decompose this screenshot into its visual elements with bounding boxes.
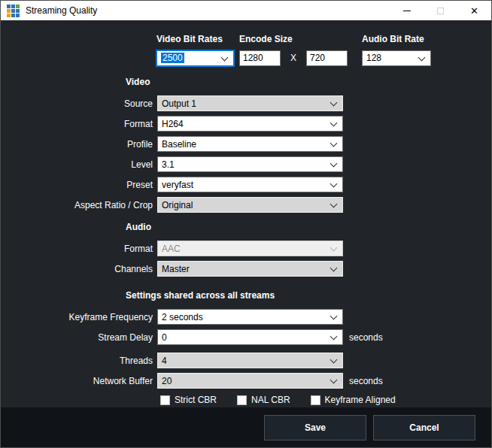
strict-cbr-checkbox[interactable] bbox=[160, 395, 170, 405]
format-row: Format H264 bbox=[1, 116, 491, 132]
level-row: Level 3.1 bbox=[1, 156, 491, 172]
profile-label: Profile bbox=[1, 139, 153, 150]
chevron-down-icon bbox=[221, 53, 229, 61]
threads-value: 4 bbox=[162, 356, 167, 366]
format-label: Format bbox=[1, 119, 153, 129]
nal-cbr-label: NAL CBR bbox=[251, 395, 290, 405]
format-select[interactable]: H264 bbox=[157, 116, 343, 132]
channels-select[interactable]: Master bbox=[157, 261, 343, 277]
network-buffer-suffix: seconds bbox=[349, 376, 383, 386]
minimize-button[interactable] bbox=[390, 1, 424, 20]
stream-delay-label: Stream Delay bbox=[1, 332, 153, 343]
chevron-down-icon bbox=[330, 180, 338, 188]
chevron-down-icon bbox=[330, 356, 338, 364]
close-button[interactable]: ✕ bbox=[457, 1, 491, 20]
audio-bitrate-group: Audio Bit Rate 128 bbox=[362, 34, 431, 66]
audio-format-select: AAC bbox=[157, 241, 343, 256]
preset-row: Preset veryfast bbox=[1, 177, 491, 192]
chevron-down-icon bbox=[330, 333, 338, 341]
audio-format-row: Format AAC bbox=[1, 241, 491, 256]
network-buffer-label: Network Buffer bbox=[1, 376, 153, 386]
level-select[interactable]: 3.1 bbox=[157, 156, 343, 172]
level-label: Level bbox=[1, 159, 153, 170]
keyframe-frequency-row: Keyframe Frequency 2 seconds bbox=[1, 309, 491, 325]
source-label: Source bbox=[1, 98, 153, 109]
window-title: Streaming Quality bbox=[26, 5, 97, 16]
audio-bitrate-select[interactable]: 128 bbox=[362, 50, 431, 66]
preset-label: Preset bbox=[1, 180, 153, 190]
source-select[interactable]: Output 1 bbox=[157, 95, 343, 111]
encode-size-label: Encode Size bbox=[239, 34, 348, 44]
profile-row: Profile Baseline bbox=[1, 136, 491, 152]
shared-section-header: Settings shared across all streams bbox=[126, 290, 491, 301]
threads-label: Threads bbox=[1, 356, 153, 366]
network-buffer-row: Network Buffer 20 seconds bbox=[1, 373, 491, 389]
keyframe-aligned-option[interactable]: Keyframe Aligned bbox=[311, 395, 396, 405]
aspect-ratio-value: Original bbox=[162, 200, 193, 210]
stream-delay-row: Stream Delay 0 seconds bbox=[1, 329, 491, 345]
nal-cbr-checkbox[interactable] bbox=[237, 395, 247, 405]
dialog-body: Video Bit Rates 2500 Encode Size X Audio bbox=[1, 20, 491, 407]
chevron-down-icon bbox=[330, 265, 338, 272]
encode-size-group: Encode Size X bbox=[239, 34, 348, 66]
keyframe-frequency-label: Keyframe Frequency bbox=[1, 312, 153, 322]
stream-delay-value: 0 bbox=[162, 332, 167, 343]
keyframe-aligned-checkbox[interactable] bbox=[311, 395, 320, 405]
aspect-ratio-label: Aspect Ratio / Crop bbox=[1, 200, 153, 210]
source-value: Output 1 bbox=[162, 98, 196, 109]
keyframe-frequency-value: 2 seconds bbox=[162, 312, 203, 322]
channels-label: Channels bbox=[1, 264, 153, 274]
preset-select[interactable]: veryfast bbox=[157, 177, 343, 192]
video-bitrate-group: Video Bit Rates 2500 bbox=[156, 34, 234, 66]
nal-cbr-option[interactable]: NAL CBR bbox=[237, 395, 290, 405]
chevron-down-icon bbox=[330, 244, 338, 252]
format-value: H264 bbox=[162, 119, 184, 129]
stream-delay-select[interactable]: 0 bbox=[157, 329, 343, 345]
keyframe-aligned-label: Keyframe Aligned bbox=[325, 395, 396, 405]
stream-delay-suffix: seconds bbox=[349, 332, 383, 343]
preset-value: veryfast bbox=[162, 180, 193, 190]
cancel-button[interactable]: Cancel bbox=[373, 415, 475, 440]
app-icon bbox=[7, 5, 20, 17]
footer-bar: Save Cancel bbox=[1, 407, 491, 447]
encode-size-separator: X bbox=[290, 53, 296, 63]
chevron-down-icon bbox=[418, 53, 426, 61]
minimize-icon bbox=[403, 11, 411, 11]
chevron-down-icon bbox=[330, 377, 338, 384]
network-buffer-select[interactable]: 20 bbox=[157, 373, 343, 389]
chevron-down-icon bbox=[330, 120, 338, 127]
aspect-ratio-select[interactable]: Original bbox=[157, 197, 343, 213]
video-section-header: Video bbox=[126, 77, 491, 87]
titlebar[interactable]: Streaming Quality ✕ bbox=[1, 1, 491, 20]
video-bitrates-label: Video Bit Rates bbox=[156, 34, 234, 44]
save-button[interactable]: Save bbox=[264, 415, 366, 440]
encode-width-input[interactable] bbox=[239, 50, 281, 66]
audio-section-header: Audio bbox=[126, 222, 491, 232]
aspect-ratio-row: Aspect Ratio / Crop Original bbox=[1, 197, 491, 213]
profile-value: Baseline bbox=[162, 139, 196, 150]
maximize-button bbox=[424, 1, 457, 20]
encode-height-input[interactable] bbox=[306, 50, 348, 66]
chevron-down-icon bbox=[330, 99, 338, 107]
channels-value: Master bbox=[162, 264, 190, 274]
profile-select[interactable]: Baseline bbox=[157, 136, 343, 152]
chevron-down-icon bbox=[330, 160, 338, 168]
threads-select[interactable]: 4 bbox=[157, 353, 343, 368]
channels-row: Channels Master bbox=[1, 261, 491, 277]
video-bitrate-select[interactable]: 2500 bbox=[156, 50, 234, 66]
close-icon: ✕ bbox=[470, 6, 478, 16]
audio-format-label: Format bbox=[1, 244, 153, 254]
threads-row: Threads 4 bbox=[1, 353, 491, 368]
source-row: Source Output 1 bbox=[1, 95, 491, 111]
checkbox-row: Strict CBR NAL CBR Keyframe Aligned bbox=[160, 395, 491, 405]
keyframe-frequency-select[interactable]: 2 seconds bbox=[157, 309, 343, 325]
audio-format-value: AAC bbox=[162, 244, 181, 254]
video-bitrate-value: 2500 bbox=[161, 53, 184, 63]
streaming-quality-dialog: Streaming Quality ✕ Video Bit Rates 2500 bbox=[0, 0, 492, 448]
strict-cbr-label: Strict CBR bbox=[175, 395, 217, 405]
maximize-icon bbox=[437, 8, 444, 14]
chevron-down-icon bbox=[330, 140, 338, 147]
chevron-down-icon bbox=[330, 313, 338, 320]
chevron-down-icon bbox=[330, 201, 338, 208]
strict-cbr-option[interactable]: Strict CBR bbox=[160, 395, 217, 405]
